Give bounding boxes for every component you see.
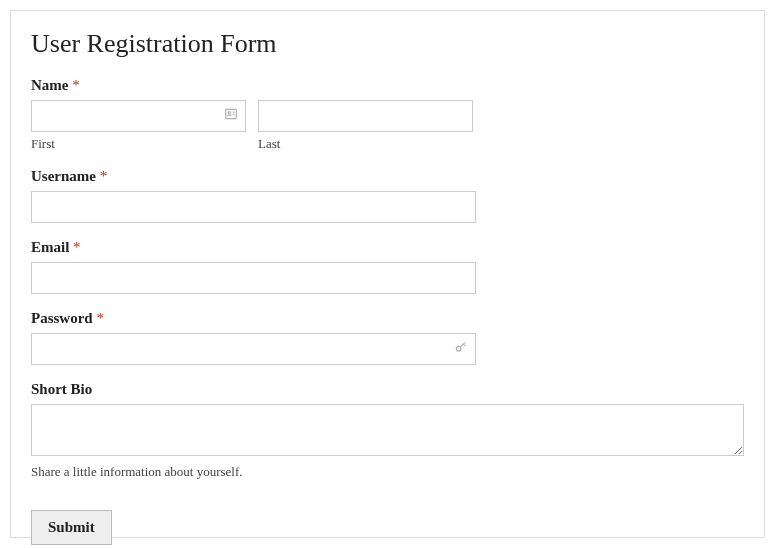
last-name-col: Last [258, 100, 473, 152]
bio-label: Short Bio [31, 381, 744, 398]
last-name-sublabel: Last [258, 136, 473, 152]
username-input[interactable] [31, 191, 476, 223]
password-input[interactable] [31, 333, 476, 365]
username-field-group: Username * [31, 168, 744, 223]
first-name-col: First [31, 100, 246, 152]
email-field-group: Email * [31, 239, 744, 294]
required-marker: * [96, 310, 104, 326]
name-label: Name * [31, 77, 744, 94]
bio-field-group: Short Bio Share a little information abo… [31, 381, 744, 480]
password-field-group: Password * [31, 310, 744, 365]
email-label-text: Email [31, 239, 69, 255]
form-title: User Registration Form [31, 29, 744, 59]
name-label-text: Name [31, 77, 69, 93]
last-name-input[interactable] [258, 100, 473, 132]
required-marker: * [100, 168, 108, 184]
first-name-sublabel: First [31, 136, 246, 152]
name-row: First Last [31, 100, 744, 152]
username-label-text: Username [31, 168, 96, 184]
required-marker: * [73, 239, 81, 255]
password-label: Password * [31, 310, 744, 327]
name-field-group: Name * First [31, 77, 744, 152]
password-label-text: Password [31, 310, 93, 326]
email-label: Email * [31, 239, 744, 256]
submit-button[interactable]: Submit [31, 510, 112, 545]
email-input[interactable] [31, 262, 476, 294]
username-label: Username * [31, 168, 744, 185]
first-name-input[interactable] [31, 100, 246, 132]
required-marker: * [72, 77, 80, 93]
registration-form-container: User Registration Form Name * [10, 10, 765, 538]
bio-textarea[interactable] [31, 404, 744, 456]
bio-helper-text: Share a little information about yoursel… [31, 464, 744, 480]
